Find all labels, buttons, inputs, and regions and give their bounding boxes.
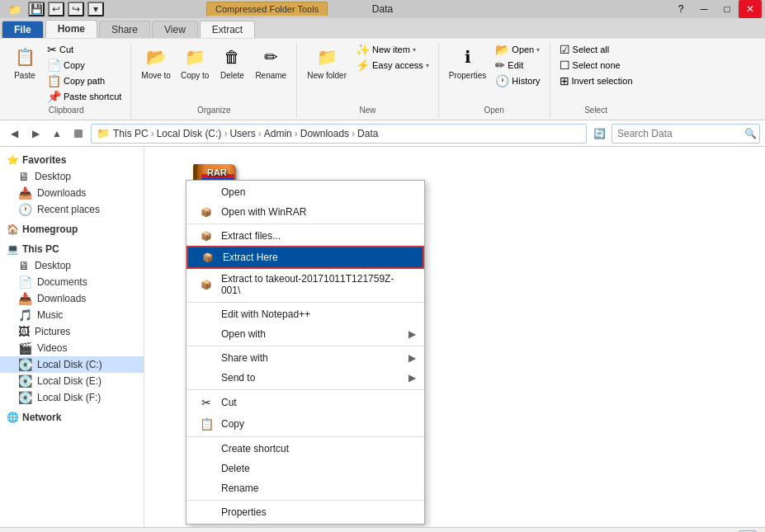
path-sep-1: › bbox=[151, 128, 154, 139]
delete-label: Delete bbox=[220, 71, 244, 80]
address-path-box[interactable]: 📁 This PC › Local Disk (C:) › Users › Ad… bbox=[91, 124, 587, 144]
new-folder-button[interactable]: 📁 New folder bbox=[304, 42, 350, 82]
open-ribbon-button[interactable]: 📂 Open ▾ bbox=[493, 42, 542, 57]
ctx-send-to[interactable]: Send to ▶ bbox=[187, 368, 424, 388]
downloads-pc-icon: 📥 bbox=[18, 292, 32, 305]
new-folder-label: New folder bbox=[307, 71, 347, 80]
sidebar-item-recent-places[interactable]: 🕐 Recent places bbox=[0, 201, 144, 218]
select-none-button[interactable]: ☐ Select none bbox=[557, 58, 635, 73]
help-button[interactable]: ? bbox=[669, 0, 692, 18]
properties-button[interactable]: ℹ Properties bbox=[446, 42, 490, 82]
cut-button[interactable]: ✂ Cut bbox=[45, 42, 124, 57]
cut-icon: ✂ bbox=[47, 43, 57, 56]
ctx-extract-files[interactable]: 📦 Extract files... bbox=[187, 226, 424, 246]
tab-view[interactable]: View bbox=[152, 21, 198, 38]
back-button[interactable]: ◀ bbox=[5, 125, 23, 143]
ctx-cut[interactable]: ✂ Cut bbox=[187, 392, 424, 413]
invert-selection-button[interactable]: ⊞ Invert selection bbox=[557, 73, 635, 88]
search-icon: 🔍 bbox=[744, 128, 757, 139]
rename-button[interactable]: ✏ Rename bbox=[252, 42, 290, 82]
delete-button[interactable]: 🗑 Delete bbox=[215, 42, 248, 82]
new-item-label: New item bbox=[372, 45, 410, 54]
undo-button[interactable]: ↩ bbox=[48, 2, 64, 16]
network-header[interactable]: 🌐 Network bbox=[0, 409, 144, 426]
path-sep-4: › bbox=[295, 128, 298, 139]
history-button[interactable]: 🕐 History bbox=[493, 73, 542, 88]
refresh-button[interactable]: 🔄 bbox=[590, 125, 608, 143]
new-item-button[interactable]: ✨ New item ▾ bbox=[353, 42, 432, 57]
ctx-rename[interactable]: Rename bbox=[187, 478, 424, 498]
ctx-edit-notepad[interactable]: Edit with Notepad++ bbox=[187, 304, 424, 324]
sidebar-item-local-disk-e[interactable]: 💽 Local Disk (E:) bbox=[0, 373, 144, 389]
ctx-create-shortcut[interactable]: Create shortcut bbox=[187, 439, 424, 459]
sidebar-item-videos[interactable]: 🎬 Videos bbox=[0, 340, 144, 356]
ctx-copy[interactable]: 📋 Copy bbox=[187, 413, 424, 435]
properties-icon: ℹ bbox=[455, 44, 481, 70]
ctx-send-to-label: Send to bbox=[221, 372, 255, 384]
sidebar-item-documents[interactable]: 📄 Documents bbox=[0, 274, 144, 290]
sidebar-item-desktop-fav[interactable]: 🖥 Desktop bbox=[0, 168, 144, 185]
ctx-sep-4 bbox=[187, 389, 424, 390]
save-button[interactable]: 💾 bbox=[28, 2, 45, 16]
copy-to-button[interactable]: 📁 Copy to bbox=[177, 42, 212, 82]
copy-button[interactable]: 📄 Copy bbox=[45, 58, 124, 73]
sidebar-item-desktop-pc[interactable]: 🖥 Desktop bbox=[0, 257, 144, 274]
paste-button[interactable]: 📋 Paste bbox=[8, 42, 41, 82]
maximize-button[interactable]: □ bbox=[715, 0, 739, 18]
ctx-share-with[interactable]: Share with ▶ bbox=[187, 348, 424, 368]
select-all-button[interactable]: ☑ Select all bbox=[557, 42, 635, 57]
search-input[interactable] bbox=[617, 128, 741, 139]
history-icon: 🕐 bbox=[495, 74, 509, 87]
easy-access-button[interactable]: ⚡ Easy access ▾ bbox=[353, 58, 432, 73]
sidebar-item-downloads-pc[interactable]: 📥 Downloads bbox=[0, 290, 144, 307]
copy-label: Copy bbox=[64, 60, 85, 70]
videos-label: Videos bbox=[37, 342, 67, 354]
search-box[interactable]: 🔍 bbox=[612, 124, 760, 144]
compressed-folder-tools-tab[interactable]: Compressed Folder Tools bbox=[206, 2, 328, 16]
clipboard-group: 📋 Paste ✂ Cut 📄 Copy bbox=[2, 42, 131, 118]
paste-shortcut-button[interactable]: 📌 Paste shortcut bbox=[45, 89, 124, 104]
ctx-sep-2 bbox=[187, 302, 424, 303]
ctx-open[interactable]: Open bbox=[187, 182, 424, 202]
tab-home[interactable]: Home bbox=[45, 20, 97, 38]
paste-icon: 📋 bbox=[12, 44, 38, 70]
forward-button[interactable]: ▶ bbox=[26, 125, 45, 143]
sidebar-item-pictures[interactable]: 🖼 Pictures bbox=[0, 323, 144, 340]
ctx-copy-icon: 📋 bbox=[198, 417, 215, 431]
network-icon: 🌐 bbox=[7, 412, 19, 423]
ctx-open-label: Open bbox=[221, 186, 245, 198]
sidebar-item-local-disk-c[interactable]: 💽 Local Disk (C:) bbox=[0, 356, 144, 373]
ctx-cut-label: Cut bbox=[221, 397, 237, 408]
recent-locations-button[interactable] bbox=[69, 125, 87, 143]
qt-dropdown-button[interactable]: ▾ bbox=[87, 2, 104, 16]
new-folder-icon: 📁 bbox=[314, 44, 340, 70]
sidebar-item-local-disk-f[interactable]: 💽 Local Disk (F:) bbox=[0, 389, 144, 406]
ctx-delete[interactable]: Delete bbox=[187, 459, 424, 478]
minimize-button[interactable]: ─ bbox=[692, 0, 715, 18]
close-button[interactable]: ✕ bbox=[739, 0, 762, 18]
favorites-header[interactable]: ⭐ Favorites bbox=[0, 152, 144, 168]
ctx-open-winrar[interactable]: 📦 Open with WinRAR bbox=[187, 202, 424, 222]
tab-file[interactable]: File bbox=[2, 21, 44, 38]
ctx-properties[interactable]: Properties bbox=[187, 502, 424, 522]
tab-share[interactable]: Share bbox=[99, 21, 150, 38]
move-to-button[interactable]: 📂 Move to bbox=[138, 42, 174, 82]
ctx-open-with[interactable]: Open with ▶ bbox=[187, 324, 424, 344]
ctx-extract-to[interactable]: 📦 Extract to takeout-20171011T121759Z-00… bbox=[187, 269, 424, 300]
sidebar-item-music[interactable]: 🎵 Music bbox=[0, 307, 144, 323]
tab-extract[interactable]: Extract bbox=[200, 21, 255, 38]
this-pc-label: This PC bbox=[22, 243, 59, 255]
ctx-extract-here[interactable]: 📦 Extract Here bbox=[187, 246, 424, 269]
homegroup-header[interactable]: 🏠 Homegroup bbox=[0, 221, 144, 238]
sidebar-item-downloads-fav[interactable]: 📥 Downloads bbox=[0, 185, 144, 201]
edit-button[interactable]: ✏ Edit bbox=[493, 58, 542, 73]
clipboard-small-buttons: ✂ Cut 📄 Copy 📋 Copy path 📌 bbox=[45, 42, 124, 104]
this-pc-header[interactable]: 💻 This PC bbox=[0, 241, 144, 257]
redo-button[interactable]: ↪ bbox=[68, 2, 84, 16]
ctx-open-with-arrow: ▶ bbox=[408, 328, 416, 340]
path-downloads: Downloads bbox=[300, 128, 349, 139]
up-button[interactable]: ▲ bbox=[48, 125, 66, 143]
music-label: Music bbox=[37, 309, 63, 321]
copy-path-button[interactable]: 📋 Copy path bbox=[45, 73, 124, 88]
downloads-fav-icon: 📥 bbox=[18, 186, 32, 200]
